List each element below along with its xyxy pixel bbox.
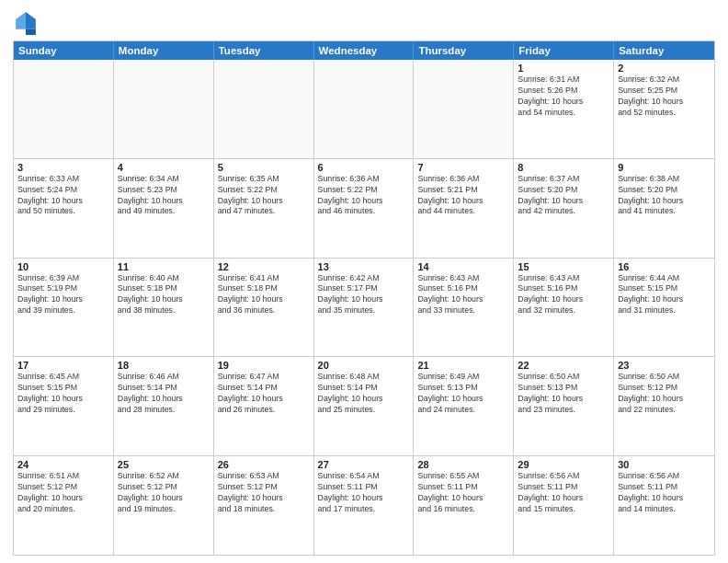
day-detail: Sunrise: 6:43 AM Sunset: 5:16 PM Dayligh… (518, 273, 609, 317)
day-detail: Sunrise: 6:43 AM Sunset: 5:16 PM Dayligh… (417, 273, 509, 317)
day-detail: Sunrise: 6:35 AM Sunset: 5:22 PM Dayligh… (218, 174, 310, 218)
day-number: 21 (417, 360, 509, 371)
day-number: 11 (118, 261, 210, 272)
day-cell-24: 24Sunrise: 6:51 AM Sunset: 5:12 PM Dayli… (14, 456, 114, 555)
day-cell-2: 2Sunrise: 6:32 AM Sunset: 5:25 PM Daylig… (614, 60, 714, 158)
svg-marker-1 (16, 12, 26, 29)
day-detail: Sunrise: 6:32 AM Sunset: 5:25 PM Dayligh… (618, 75, 711, 119)
calendar-row-0: 1Sunrise: 6:31 AM Sunset: 5:26 PM Daylig… (14, 60, 714, 158)
day-cell-19: 19Sunrise: 6:47 AM Sunset: 5:14 PM Dayli… (214, 357, 314, 455)
day-cell-23: 23Sunrise: 6:50 AM Sunset: 5:12 PM Dayli… (614, 357, 714, 455)
day-detail: Sunrise: 6:39 AM Sunset: 5:19 PM Dayligh… (17, 273, 109, 317)
day-detail: Sunrise: 6:36 AM Sunset: 5:21 PM Dayligh… (417, 174, 509, 218)
day-detail: Sunrise: 6:48 AM Sunset: 5:14 PM Dayligh… (318, 372, 410, 416)
calendar-header: SundayMondayTuesdayWednesdayThursdayFrid… (14, 41, 714, 60)
empty-cell (214, 60, 314, 158)
day-number: 19 (218, 360, 310, 371)
day-detail: Sunrise: 6:54 AM Sunset: 5:11 PM Dayligh… (318, 471, 410, 515)
day-number: 13 (318, 261, 410, 272)
day-detail: Sunrise: 6:34 AM Sunset: 5:23 PM Dayligh… (118, 174, 210, 218)
empty-cell (14, 60, 114, 158)
day-cell-20: 20Sunrise: 6:48 AM Sunset: 5:14 PM Dayli… (314, 357, 415, 455)
day-detail: Sunrise: 6:49 AM Sunset: 5:13 PM Dayligh… (417, 372, 509, 416)
day-cell-22: 22Sunrise: 6:50 AM Sunset: 5:13 PM Dayli… (514, 357, 614, 455)
logo-icon (13, 9, 39, 35)
header-day-sunday: Sunday (14, 41, 114, 60)
day-cell-12: 12Sunrise: 6:41 AM Sunset: 5:18 PM Dayli… (214, 259, 314, 357)
day-detail: Sunrise: 6:45 AM Sunset: 5:15 PM Dayligh… (17, 372, 109, 416)
day-number: 7 (417, 162, 509, 173)
day-cell-11: 11Sunrise: 6:40 AM Sunset: 5:18 PM Dayli… (114, 259, 214, 357)
day-number: 3 (17, 162, 109, 173)
day-detail: Sunrise: 6:38 AM Sunset: 5:20 PM Dayligh… (618, 174, 711, 218)
empty-cell (414, 60, 514, 158)
day-detail: Sunrise: 6:52 AM Sunset: 5:12 PM Dayligh… (118, 471, 210, 515)
day-detail: Sunrise: 6:46 AM Sunset: 5:14 PM Dayligh… (118, 372, 210, 416)
day-number: 27 (318, 459, 410, 470)
day-detail: Sunrise: 6:36 AM Sunset: 5:22 PM Dayligh… (318, 174, 410, 218)
day-cell-17: 17Sunrise: 6:45 AM Sunset: 5:15 PM Dayli… (14, 357, 114, 455)
day-cell-29: 29Sunrise: 6:56 AM Sunset: 5:11 PM Dayli… (514, 456, 614, 555)
day-detail: Sunrise: 6:33 AM Sunset: 5:24 PM Dayligh… (17, 174, 109, 218)
header-day-thursday: Thursday (414, 41, 514, 60)
day-cell-9: 9Sunrise: 6:38 AM Sunset: 5:20 PM Daylig… (614, 159, 714, 258)
header-day-monday: Monday (114, 41, 214, 60)
header-day-saturday: Saturday (614, 41, 714, 60)
empty-cell (314, 60, 415, 158)
day-number: 14 (417, 261, 509, 272)
logo (13, 9, 40, 35)
day-detail: Sunrise: 6:42 AM Sunset: 5:17 PM Dayligh… (318, 273, 410, 317)
calendar-body: 1Sunrise: 6:31 AM Sunset: 5:26 PM Daylig… (14, 60, 714, 555)
day-detail: Sunrise: 6:56 AM Sunset: 5:11 PM Dayligh… (518, 471, 609, 515)
day-cell-28: 28Sunrise: 6:55 AM Sunset: 5:11 PM Dayli… (414, 456, 514, 555)
day-cell-5: 5Sunrise: 6:35 AM Sunset: 5:22 PM Daylig… (214, 159, 314, 258)
day-detail: Sunrise: 6:55 AM Sunset: 5:11 PM Dayligh… (417, 471, 509, 515)
day-cell-21: 21Sunrise: 6:49 AM Sunset: 5:13 PM Dayli… (414, 357, 514, 455)
day-cell-1: 1Sunrise: 6:31 AM Sunset: 5:26 PM Daylig… (514, 60, 614, 158)
day-number: 8 (518, 162, 609, 173)
day-detail: Sunrise: 6:41 AM Sunset: 5:18 PM Dayligh… (218, 273, 310, 317)
empty-cell (114, 60, 214, 158)
day-cell-27: 27Sunrise: 6:54 AM Sunset: 5:11 PM Dayli… (314, 456, 415, 555)
day-detail: Sunrise: 6:56 AM Sunset: 5:11 PM Dayligh… (618, 471, 711, 515)
day-detail: Sunrise: 6:31 AM Sunset: 5:26 PM Dayligh… (518, 75, 609, 119)
day-number: 17 (17, 360, 109, 371)
day-cell-3: 3Sunrise: 6:33 AM Sunset: 5:24 PM Daylig… (14, 159, 114, 258)
day-number: 24 (17, 459, 109, 470)
day-cell-25: 25Sunrise: 6:52 AM Sunset: 5:12 PM Dayli… (114, 456, 214, 555)
day-detail: Sunrise: 6:50 AM Sunset: 5:13 PM Dayligh… (518, 372, 609, 416)
day-detail: Sunrise: 6:53 AM Sunset: 5:12 PM Dayligh… (218, 471, 310, 515)
day-number: 4 (118, 162, 210, 173)
day-number: 30 (618, 459, 711, 470)
day-detail: Sunrise: 6:47 AM Sunset: 5:14 PM Dayligh… (218, 372, 310, 416)
day-number: 29 (518, 459, 609, 470)
day-number: 26 (218, 459, 310, 470)
day-detail: Sunrise: 6:51 AM Sunset: 5:12 PM Dayligh… (17, 471, 109, 515)
day-cell-4: 4Sunrise: 6:34 AM Sunset: 5:23 PM Daylig… (114, 159, 214, 258)
header (13, 9, 715, 35)
day-number: 23 (618, 360, 711, 371)
calendar-row-2: 10Sunrise: 6:39 AM Sunset: 5:19 PM Dayli… (14, 258, 714, 357)
day-cell-8: 8Sunrise: 6:37 AM Sunset: 5:20 PM Daylig… (514, 159, 614, 258)
svg-marker-0 (26, 12, 36, 29)
day-number: 18 (118, 360, 210, 371)
header-day-friday: Friday (514, 41, 614, 60)
day-cell-7: 7Sunrise: 6:36 AM Sunset: 5:21 PM Daylig… (414, 159, 514, 258)
day-cell-15: 15Sunrise: 6:43 AM Sunset: 5:16 PM Dayli… (514, 259, 614, 357)
day-number: 20 (318, 360, 410, 371)
calendar-row-3: 17Sunrise: 6:45 AM Sunset: 5:15 PM Dayli… (14, 356, 714, 455)
day-number: 12 (218, 261, 310, 272)
day-number: 28 (417, 459, 509, 470)
day-cell-13: 13Sunrise: 6:42 AM Sunset: 5:17 PM Dayli… (314, 259, 415, 357)
day-number: 6 (318, 162, 410, 173)
day-cell-18: 18Sunrise: 6:46 AM Sunset: 5:14 PM Dayli… (114, 357, 214, 455)
day-detail: Sunrise: 6:40 AM Sunset: 5:18 PM Dayligh… (118, 273, 210, 317)
day-cell-14: 14Sunrise: 6:43 AM Sunset: 5:16 PM Dayli… (414, 259, 514, 357)
day-cell-6: 6Sunrise: 6:36 AM Sunset: 5:22 PM Daylig… (314, 159, 415, 258)
page: SundayMondayTuesdayWednesdayThursdayFrid… (0, 0, 728, 563)
calendar-row-4: 24Sunrise: 6:51 AM Sunset: 5:12 PM Dayli… (14, 455, 714, 555)
day-cell-30: 30Sunrise: 6:56 AM Sunset: 5:11 PM Dayli… (614, 456, 714, 555)
day-number: 9 (618, 162, 711, 173)
day-cell-10: 10Sunrise: 6:39 AM Sunset: 5:19 PM Dayli… (14, 259, 114, 357)
day-number: 10 (17, 261, 109, 272)
